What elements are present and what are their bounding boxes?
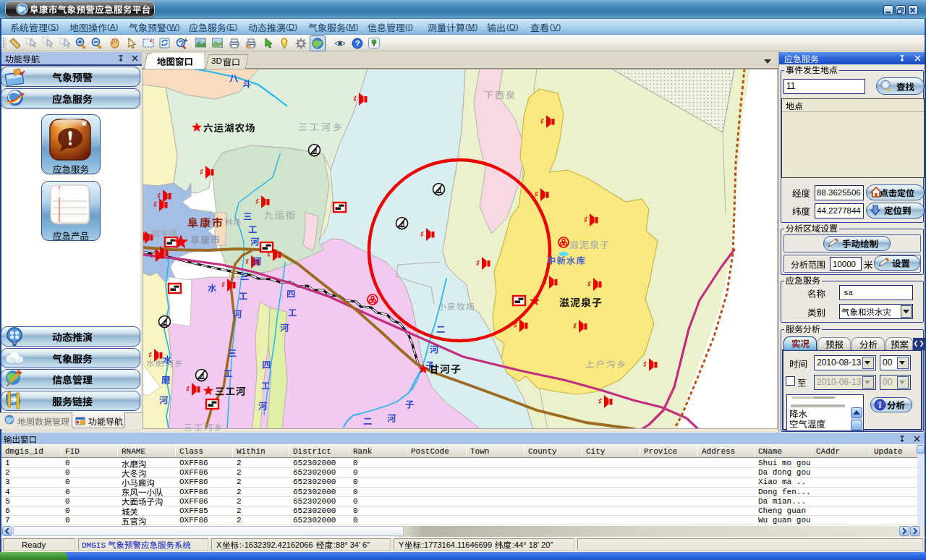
svg-text:?: ? (355, 39, 360, 48)
